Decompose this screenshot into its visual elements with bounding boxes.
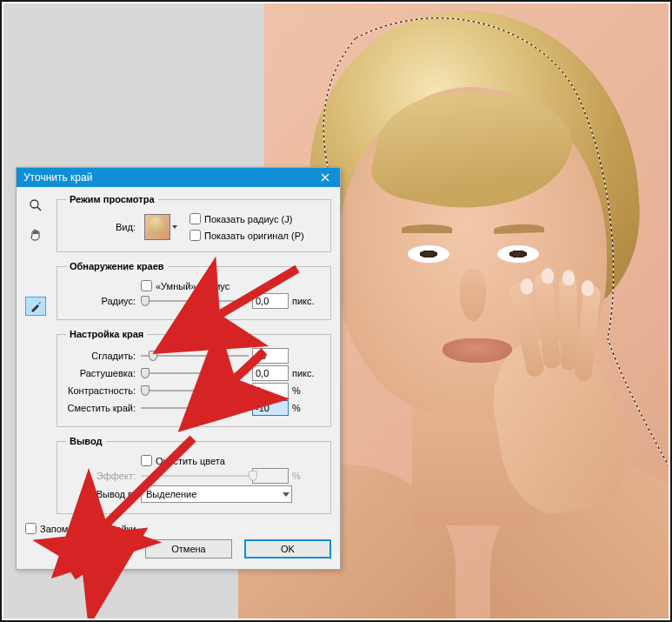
app-frame: Уточнить край Режим просмотра	[0, 0, 672, 622]
remember-settings-label: Запомнить настройки	[40, 524, 136, 534]
radius-label: Радиус:	[66, 296, 137, 306]
refine-edge-dialog: Уточнить край Режим просмотра	[16, 167, 341, 570]
feather-input[interactable]	[252, 365, 289, 381]
radius-slider[interactable]	[141, 293, 249, 309]
dialog-titlebar[interactable]: Уточнить край	[17, 168, 340, 187]
tool-column	[23, 196, 48, 316]
dialog-title: Уточнить край	[23, 171, 92, 184]
show-radius-label: Показать радиус (J)	[204, 214, 292, 224]
hand-tool-button[interactable]	[25, 225, 46, 244]
remember-settings-checkbox[interactable]: Запомнить настройки	[25, 523, 331, 534]
smooth-slider[interactable]	[141, 348, 249, 364]
hand-icon	[29, 228, 43, 242]
refine-brush-tool-button[interactable]	[25, 297, 46, 316]
edge-detection-group: Обнаружение краев «Умный» радиус Радиус:…	[57, 261, 331, 320]
shift-edge-unit: %	[292, 403, 322, 413]
output-to-select[interactable]: Выделение	[141, 485, 292, 503]
edge-adjust-legend: Настройка края	[66, 329, 147, 339]
contrast-label: Контрастность:	[66, 385, 137, 396]
view-mode-dropdown[interactable]	[141, 214, 177, 240]
effect-input	[252, 468, 289, 484]
effect-slider	[141, 468, 249, 484]
contrast-slider[interactable]	[141, 383, 249, 398]
chevron-down-icon	[283, 492, 289, 497]
chevron-down-icon	[172, 225, 177, 229]
effect-unit: %	[292, 471, 322, 481]
contrast-unit: %	[292, 385, 322, 396]
zoom-tool-button[interactable]	[25, 196, 46, 215]
radius-input[interactable]	[252, 293, 289, 309]
show-original-label: Показать оригинал (P)	[204, 231, 304, 241]
close-icon	[321, 173, 329, 182]
svg-line-1	[37, 207, 41, 211]
radius-unit: пикс.	[292, 296, 322, 306]
show-radius-checkbox[interactable]: Показать радиус (J)	[190, 213, 304, 224]
effect-label: Эффект:	[66, 471, 137, 481]
view-thumbnail	[144, 214, 170, 240]
smooth-label: Сгладить:	[66, 351, 137, 361]
output-to-label: Вывод в:	[66, 489, 137, 499]
contrast-input[interactable]	[252, 383, 289, 398]
view-mode-group: Режим просмотра Вид: Показать радиус (J)…	[57, 194, 331, 252]
magnifier-icon	[29, 198, 43, 212]
decontaminate-checkbox[interactable]: Очистить цвета	[141, 455, 225, 466]
feather-label: Растушевка:	[66, 368, 137, 378]
output-group: Вывод Очистить цвета Эффект: % Вывод в: …	[57, 436, 331, 514]
canvas-area: Уточнить край Режим просмотра	[3, 3, 669, 619]
vid-label: Вид:	[66, 222, 137, 232]
ok-button[interactable]: OK	[244, 539, 331, 558]
svg-point-0	[30, 200, 38, 208]
smart-radius-label: «Умный» радиус	[156, 281, 230, 291]
output-to-value: Выделение	[146, 489, 196, 499]
feather-unit: пикс.	[292, 368, 322, 378]
inner-frame: Уточнить край Режим просмотра	[2, 2, 670, 620]
smooth-input[interactable]	[252, 348, 289, 364]
feather-slider[interactable]	[141, 365, 249, 381]
decontaminate-label: Очистить цвета	[156, 456, 225, 466]
shift-edge-slider[interactable]	[141, 400, 249, 416]
brush-icon	[29, 299, 43, 313]
edge-detection-legend: Обнаружение краев	[66, 261, 168, 271]
show-original-checkbox[interactable]: Показать оригинал (P)	[190, 230, 304, 241]
view-mode-legend: Режим просмотра	[66, 194, 158, 204]
cancel-button[interactable]: Отмена	[145, 539, 232, 558]
edge-adjust-group: Настройка края Сгладить: Растушевка: пик…	[57, 329, 331, 427]
shift-edge-input[interactable]	[252, 400, 289, 416]
shift-edge-label: Сместить край:	[66, 403, 137, 413]
output-legend: Вывод	[66, 436, 106, 446]
close-button[interactable]	[310, 168, 340, 187]
smart-radius-checkbox[interactable]: «Умный» радиус	[141, 280, 230, 291]
dialog-body: Режим просмотра Вид: Показать радиус (J)…	[17, 187, 340, 569]
